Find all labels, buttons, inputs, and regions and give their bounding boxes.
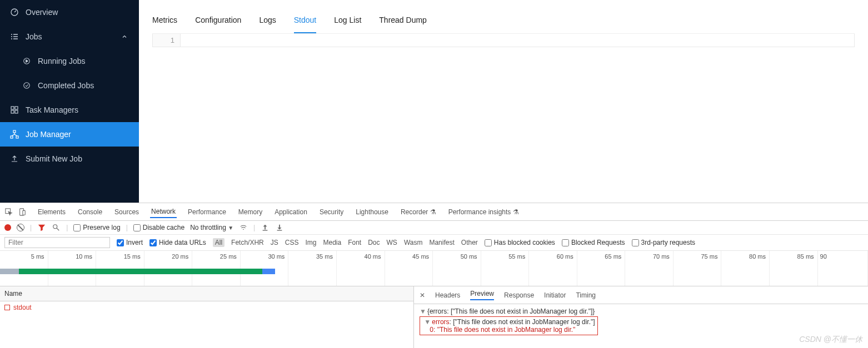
devtools-tabs: Elements Console Sources Network Perform… [0,203,868,221]
svg-rect-14 [263,230,268,230]
stdout-editor: 1 [152,34,855,47]
sidebar-item-submit-job[interactable]: Submit New Job [0,147,139,171]
filter-img[interactable]: Img [305,239,316,246]
subtab-headers[interactable]: Headers [435,291,460,299]
expand-arrow-icon[interactable]: ▼ [420,307,426,315]
device-icon[interactable] [18,208,27,216]
hide-data-urls-checkbox[interactable]: Hide data URLs [149,239,206,246]
svg-rect-4 [15,107,18,109]
filter-media[interactable]: Media [323,239,341,246]
main-content: Metrics Configuration Logs Stdout Log Li… [139,0,868,203]
timeline-bar [0,269,19,274]
flask-icon: ⚗ [430,208,436,216]
upload-har-icon[interactable] [261,223,270,232]
preserve-log-checkbox[interactable]: Preserve log [73,224,120,231]
blocked-requests-checkbox[interactable]: Blocked Requests [562,239,625,246]
tab-configuration[interactable]: Configuration [195,7,241,33]
expand-arrow-icon[interactable]: ▼ [424,318,431,326]
sidebar-item-label: Job Manager [26,130,129,139]
disable-cache-checkbox[interactable]: Disable cache [133,224,184,231]
cluster-icon [10,130,19,139]
timeline-bar [262,269,275,274]
timeline-bar [19,269,262,274]
svg-rect-9 [16,136,18,138]
svg-rect-8 [11,136,13,138]
devtools-tab-recorder[interactable]: Recorder ⚗ [400,206,437,218]
devtools-panel: Elements Console Sources Network Perform… [0,203,868,348]
devtools-tab-sources[interactable]: Sources [113,206,140,218]
devtools-tab-performance[interactable]: Performance [187,206,227,218]
inspect-icon[interactable] [4,208,13,216]
filter-all[interactable]: All [213,238,225,247]
svg-rect-5 [11,110,14,113]
devtools-tab-console[interactable]: Console [77,206,103,218]
sidebar-item-overview[interactable]: Overview [0,0,139,24]
filter-ws[interactable]: WS [387,239,397,246]
request-detail-pane: ✕ Headers Preview Response Initiator Tim… [414,286,868,348]
record-button[interactable] [4,224,11,231]
request-name-label: stdout [13,304,32,311]
tab-logs[interactable]: Logs [259,7,276,33]
network-toolbar: | | Preserve log | Disable cache No thro… [0,221,868,235]
tab-threaddump[interactable]: Thread Dump [379,7,427,33]
subtab-initiator[interactable]: Initiator [544,291,566,299]
sidebar-item-label: Overview [26,8,129,17]
sidebar-item-completed-jobs[interactable]: Completed Jobs [0,73,139,98]
network-filter-bar: Invert Hide data URLs All Fetch/XHR JS C… [0,235,868,251]
svg-point-2 [24,83,30,89]
detail-subtabs: ✕ Headers Preview Response Initiator Tim… [414,286,868,304]
devtools-tab-memory[interactable]: Memory [237,206,263,218]
filter-css[interactable]: CSS [285,239,299,246]
devtools-tab-lighthouse[interactable]: Lighthouse [355,206,390,218]
filter-input[interactable] [4,237,110,248]
filter-doc[interactable]: Doc [368,239,380,246]
filter-fetch[interactable]: Fetch/XHR [231,239,264,246]
sidebar-item-running-jobs[interactable]: Running Jobs [0,49,139,73]
timeline-bars [0,263,868,280]
throttling-select[interactable]: No throttling ▼ [190,224,233,231]
request-row-stdout[interactable]: stdout [0,301,413,314]
download-har-icon[interactable] [275,223,284,232]
tab-stdout[interactable]: Stdout [294,7,316,33]
subtab-response[interactable]: Response [504,291,534,299]
sidebar-item-job-manager[interactable]: Job Manager [0,122,139,147]
filter-other[interactable]: Other [461,239,478,246]
tab-metrics[interactable]: Metrics [152,7,177,33]
name-column-header[interactable]: Name [0,286,413,301]
sidebar-item-label: Submit New Job [26,154,129,163]
devtools-tab-perfinsights[interactable]: Performance insights ⚗ [447,206,520,218]
filter-manifest[interactable]: Manifest [429,239,454,246]
subtab-timing[interactable]: Timing [576,291,596,299]
sidebar-item-label: Completed Jobs [38,81,129,90]
sidebar-item-task-managers[interactable]: Task Managers [0,98,139,122]
wifi-icon[interactable] [239,223,248,232]
filter-font[interactable]: Font [348,239,361,246]
content-tabs: Metrics Configuration Logs Stdout Log Li… [152,7,855,34]
thirdparty-checkbox[interactable]: 3rd-party requests [632,239,695,246]
sidebar-item-label: Jobs [26,32,113,41]
sidebar-item-jobs[interactable]: Jobs [0,24,139,49]
blocked-cookies-checkbox[interactable]: Has blocked cookies [485,239,555,246]
network-timeline[interactable]: 5 ms 10 ms 15 ms 20 ms 25 ms 30 ms 35 ms… [0,251,868,286]
filter-js[interactable]: JS [271,239,278,246]
code-area[interactable] [181,34,854,47]
tab-loglist[interactable]: Log List [334,7,361,33]
invert-checkbox[interactable]: Invert [117,239,143,246]
filter-icon[interactable] [37,223,46,232]
response-preview[interactable]: ▼{errors: ["This file does not exist in … [414,304,868,339]
devtools-tab-elements[interactable]: Elements [37,206,67,218]
devtools-tab-security[interactable]: Security [318,206,345,218]
clear-button[interactable] [17,224,24,231]
subtab-preview[interactable]: Preview [470,290,494,300]
close-detail-button[interactable]: ✕ [420,291,425,299]
search-icon[interactable] [52,223,61,232]
filter-wasm[interactable]: Wasm [404,239,423,246]
sidebar-item-label: Task Managers [26,105,129,114]
request-list-pane: Name stdout [0,286,414,348]
svg-rect-15 [277,230,282,230]
devtools-tab-network[interactable]: Network [150,205,177,218]
grid-icon [10,105,19,114]
devtools-tab-application[interactable]: Application [273,206,308,218]
sidebar: Overview Jobs Running Jobs Completed Job… [0,0,139,203]
svg-rect-12 [23,210,25,215]
